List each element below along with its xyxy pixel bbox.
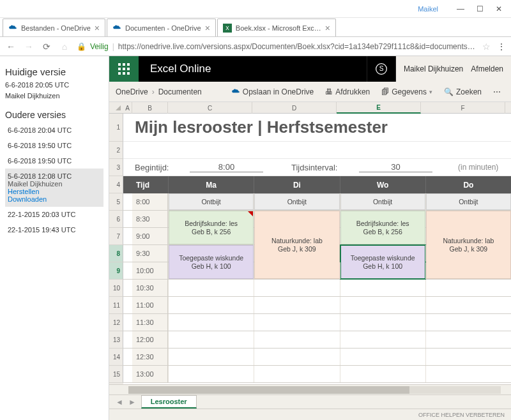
day-cell[interactable] [425, 314, 511, 331]
col-header-E[interactable]: E [337, 102, 421, 114]
day-cell[interactable] [425, 262, 511, 279]
day-cell[interactable] [254, 245, 339, 262]
signout-link[interactable]: Afmelden [471, 64, 503, 73]
day-cell[interactable] [425, 331, 511, 348]
restore-link[interactable]: Herstellen [8, 188, 101, 195]
col-header-B[interactable]: B [132, 102, 168, 114]
day-cell[interactable]: Natuurkunde: labGeb J, k 309 [425, 211, 511, 227]
calendar-event[interactable]: Ontbijt [254, 193, 339, 210]
row-header[interactable]: 13 [109, 331, 123, 349]
browser-tab-2[interactable]: X Boek.xlsx - Microsoft Exc… × [217, 19, 336, 36]
day-cell[interactable] [254, 366, 339, 382]
col-header-D[interactable]: D [252, 102, 337, 114]
version-item[interactable]: 5-6-2018 12:08 UTCMaikel DijkhuizenHerst… [5, 169, 103, 207]
row-header[interactable]: 8 [109, 245, 123, 262]
day-cell[interactable] [168, 297, 254, 313]
row-header[interactable]: 14 [109, 349, 123, 366]
tab-close-icon[interactable]: × [95, 23, 100, 33]
version-item[interactable]: 6-6-2018 19:50 UTC [5, 138, 103, 153]
day-cell[interactable] [340, 262, 425, 279]
day-cell[interactable]: Ontbijt [425, 193, 511, 210]
tab-close-icon[interactable]: × [325, 23, 330, 33]
day-cell[interactable]: Ontbijt [168, 193, 254, 210]
version-item[interactable]: 6-6-2018 20:04 UTC [5, 123, 103, 138]
version-item[interactable]: 22-1-2015 20:03 UTC [5, 207, 103, 222]
calendar-event[interactable]: Ontbijt [426, 193, 511, 210]
day-cell[interactable]: Bedrijfskunde: lesGeb B, k 256 [340, 211, 425, 227]
day-cell[interactable] [254, 280, 339, 296]
browser-tab-1[interactable]: Documenten - OneDrive × [107, 19, 216, 36]
forward-button[interactable]: → [23, 41, 34, 52]
day-cell[interactable] [168, 331, 254, 348]
day-cell[interactable] [168, 366, 254, 382]
day-cell[interactable] [340, 349, 425, 365]
app-launcher-button[interactable] [109, 56, 139, 82]
day-cell[interactable] [340, 366, 425, 382]
sheet-nav-next[interactable]: ► [128, 398, 136, 407]
row-header[interactable]: 4 [109, 176, 123, 193]
row-header[interactable]: 15 [109, 366, 123, 383]
day-cell[interactable] [340, 331, 425, 348]
breadcrumb-item[interactable]: OneDrive [116, 87, 148, 96]
day-cell[interactable] [340, 297, 425, 313]
reload-button[interactable]: ⟳ [41, 41, 52, 52]
row-header[interactable]: 7 [109, 228, 123, 245]
version-item[interactable]: 6-6-2018 19:50 UTC [5, 153, 103, 169]
day-cell[interactable] [254, 314, 339, 331]
col-header-A[interactable]: A [123, 102, 132, 114]
sheet-tab[interactable]: Lesrooster [141, 395, 197, 409]
print-button[interactable]: 🖶 Afdrukken [321, 87, 374, 96]
param-begin-value[interactable]: 8:00 [190, 162, 263, 172]
day-cell[interactable] [254, 262, 339, 279]
day-cell[interactable] [425, 297, 511, 313]
day-cell[interactable] [254, 349, 339, 365]
row-header[interactable]: 11 [109, 297, 123, 314]
home-button[interactable]: ⌂ [59, 41, 70, 52]
tab-close-icon[interactable]: × [205, 23, 210, 33]
day-cell[interactable] [425, 349, 511, 365]
breadcrumb-item[interactable]: Documenten [158, 87, 202, 96]
version-item[interactable]: 22-1-2015 19:43 UTC [5, 222, 103, 237]
sheet-nav-prev[interactable]: ◄ [116, 398, 123, 407]
more-menu[interactable]: ⋯ [489, 87, 505, 96]
row-header[interactable]: 2 [109, 142, 123, 159]
row-header[interactable]: 9 [109, 262, 123, 280]
param-interval-value[interactable]: 30 [359, 162, 432, 172]
col-header-C[interactable]: C [168, 102, 252, 114]
select-all-handle[interactable] [109, 102, 123, 114]
bookmark-icon[interactable]: ☆ [482, 41, 491, 52]
day-cell[interactable]: Toegepaste wiskundeGeb H, k 100 [168, 245, 254, 262]
day-cell[interactable] [425, 366, 511, 382]
status-bar[interactable]: OFFICE HELPEN VERBETEREN [109, 409, 511, 420]
day-cell[interactable]: Natuurkunde: labGeb J, k 309 [254, 211, 339, 227]
day-cell[interactable] [254, 331, 339, 348]
row-header[interactable]: 12 [109, 314, 123, 331]
save-onedrive-button[interactable]: Opslaan in OneDrive [227, 87, 317, 96]
day-cell[interactable] [425, 228, 511, 244]
row-header[interactable]: 1 [109, 114, 123, 142]
spreadsheet-area[interactable]: Mijn lesrooster | Herfstsemester Beginti… [123, 114, 511, 384]
row-header[interactable]: 6 [109, 211, 123, 228]
day-cell[interactable] [168, 314, 254, 331]
download-link[interactable]: Downloaden [8, 195, 101, 203]
day-cell[interactable] [340, 314, 425, 331]
row-header[interactable]: 3 [109, 159, 123, 176]
row-header[interactable]: 5 [109, 193, 123, 211]
maximize-button[interactable]: ☐ [470, 2, 489, 16]
calendar-event[interactable]: Ontbijt [340, 193, 425, 210]
day-cell[interactable] [340, 280, 425, 296]
data-menu[interactable]: 🗐 Gegevens ▾ [378, 87, 436, 96]
col-header-F[interactable]: F [421, 102, 505, 114]
day-cell[interactable] [168, 228, 254, 244]
day-cell[interactable]: Ontbijt [254, 193, 339, 210]
day-cell[interactable] [168, 349, 254, 365]
find-button[interactable]: 🔍 Zoeken [440, 87, 485, 96]
day-cell[interactable]: Ontbijt [340, 193, 425, 210]
day-cell[interactable] [254, 228, 339, 244]
row-header[interactable]: 10 [109, 280, 123, 297]
day-cell[interactable] [254, 297, 339, 313]
day-cell[interactable]: Toegepaste wiskundeGeb H, k 100 [340, 245, 425, 262]
horizontal-scrollbar[interactable] [109, 384, 511, 394]
calendar-event[interactable]: Ontbijt [169, 193, 254, 210]
browser-menu-icon[interactable]: ⋮ [497, 41, 506, 52]
